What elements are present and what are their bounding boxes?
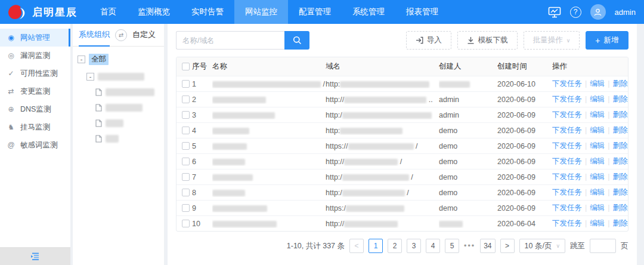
delete-link[interactable]: 删除 (613, 79, 628, 88)
row-checkbox[interactable] (182, 142, 190, 150)
page-button-1[interactable]: 1 (369, 239, 383, 253)
edit-link[interactable]: 编辑 (590, 219, 605, 227)
redacted-website-name (212, 112, 275, 119)
last-page-button[interactable]: 34 (480, 239, 495, 253)
tab-system-organization[interactable]: 系统组织 (79, 24, 110, 47)
redacted-tree-label (98, 73, 144, 81)
row-checkbox[interactable] (182, 204, 190, 212)
sidebar-item[interactable]: ✓可用性监测 (0, 64, 70, 82)
delete-link[interactable]: 删除 (613, 126, 628, 134)
nav-item-5[interactable]: 配置管理 (288, 0, 342, 24)
monitor-chart-icon[interactable] (548, 7, 561, 18)
swap-icon[interactable]: ⇄ (115, 29, 127, 41)
edit-link[interactable]: 编辑 (590, 126, 605, 134)
tree-node[interactable] (95, 135, 159, 143)
nav-item-1[interactable]: 首页 (89, 0, 127, 24)
delete-link[interactable]: 删除 (613, 219, 628, 227)
dispatch-task-link[interactable]: 下发任务 (552, 95, 582, 103)
collapse-sidebar-icon[interactable] (30, 252, 41, 260)
dispatch-task-link[interactable]: 下发任务 (552, 219, 582, 227)
tree-node[interactable] (95, 104, 159, 112)
dispatch-task-link[interactable]: 下发任务 (552, 110, 582, 119)
dispatch-task-link[interactable]: 下发任务 (552, 204, 582, 212)
sidebar-item[interactable]: ◎漏洞监测 (0, 47, 70, 64)
edit-link[interactable]: 编辑 (590, 157, 605, 165)
jump-page-input[interactable] (590, 239, 616, 253)
delete-link[interactable]: 删除 (613, 172, 628, 181)
select-all-checkbox[interactable] (182, 63, 190, 70)
create-time-cell: 2020-06-09 (497, 111, 552, 119)
row-checkbox[interactable] (182, 158, 190, 165)
dispatch-task-link[interactable]: 下发任务 (552, 141, 582, 150)
tab-custom[interactable]: 自定义 (132, 24, 156, 47)
collapse-expander-icon[interactable]: - (78, 56, 85, 63)
delete-link[interactable]: 删除 (613, 95, 628, 103)
help-icon[interactable]: ? (570, 7, 581, 18)
row-checkbox[interactable] (182, 80, 190, 88)
username-label[interactable]: admin (615, 8, 636, 17)
edit-link[interactable]: 编辑 (590, 204, 605, 212)
row-checkbox[interactable] (182, 173, 190, 181)
prev-page-button[interactable]: < (349, 239, 364, 253)
sidebar-item[interactable]: @敏感词监测 (0, 136, 70, 154)
dispatch-task-link[interactable]: 下发任务 (552, 172, 582, 181)
nav-item-6[interactable]: 系统管理 (342, 0, 395, 24)
tree-node[interactable] (95, 119, 159, 127)
col-header-operations: 操作 (552, 61, 628, 72)
avatar[interactable] (590, 4, 606, 20)
template-download-button[interactable]: 模板下载 (457, 31, 518, 50)
delete-link[interactable]: 删除 (613, 141, 628, 150)
nav-item-7[interactable]: 报表管理 (395, 0, 449, 24)
dispatch-task-link[interactable]: 下发任务 (552, 126, 582, 134)
edit-link[interactable]: 编辑 (590, 95, 605, 103)
tree-root-node[interactable]: - 全部 (78, 54, 159, 65)
row-checkbox[interactable] (182, 127, 190, 134)
edit-link[interactable]: 编辑 (590, 79, 605, 88)
delete-link[interactable]: 删除 (613, 110, 628, 119)
dispatch-task-link[interactable]: 下发任务 (552, 79, 582, 88)
row-checkbox[interactable] (182, 220, 190, 227)
dispatch-task-link[interactable]: 下发任务 (552, 157, 582, 165)
domain-prefix: https:// (326, 142, 348, 150)
page-button-3[interactable]: 3 (407, 239, 421, 253)
search-button[interactable] (284, 31, 309, 50)
delete-link[interactable]: 删除 (613, 157, 628, 165)
header-checkbox-cell (177, 63, 192, 70)
page-button-2[interactable]: 2 (388, 239, 402, 253)
import-button[interactable]: 导入 (406, 31, 451, 50)
page-size-select[interactable]: 10 条/页 ∨ (519, 239, 565, 253)
edit-link[interactable]: 编辑 (590, 141, 605, 150)
collapse-expander-icon[interactable]: - (86, 73, 94, 81)
nav-item-3[interactable]: 实时告警 (181, 0, 234, 24)
toolbar-actions: 导入 模板下载 批量操作 ∨ + 新增 (406, 31, 628, 50)
page-button-4[interactable]: 4 (426, 239, 440, 253)
row-checkbox[interactable] (182, 189, 190, 196)
col-header-create-time: 创建时间 (497, 61, 552, 72)
edit-link[interactable]: 编辑 (590, 188, 605, 196)
tree-node[interactable] (95, 88, 159, 96)
sidebar-item[interactable]: ⊕DNS监测 (0, 100, 70, 118)
row-checkbox[interactable] (182, 95, 190, 103)
tree-root-label[interactable]: 全部 (89, 54, 109, 65)
sidebar-item[interactable]: ◉网站管理 (0, 29, 70, 47)
search-input[interactable] (176, 31, 284, 50)
action-separator: | (585, 79, 587, 88)
sidebar-item[interactable]: ♞挂马监测 (0, 118, 70, 136)
document-icon (95, 135, 102, 143)
tree-node[interactable]: - (86, 73, 159, 81)
domain-suffix: / (409, 173, 413, 181)
edit-link[interactable]: 编辑 (590, 172, 605, 181)
page-button-5[interactable]: 5 (445, 239, 459, 253)
sidebar-item[interactable]: ⇄变更监测 (0, 82, 70, 100)
next-page-button[interactable]: > (500, 239, 515, 253)
nav-item-4[interactable]: 网站监控 (234, 0, 288, 24)
delete-link[interactable]: 删除 (613, 188, 628, 196)
row-checkbox[interactable] (182, 111, 190, 119)
delete-link[interactable]: 删除 (613, 204, 628, 212)
edit-link[interactable]: 编辑 (590, 110, 605, 119)
nav-item-2[interactable]: 监测概览 (127, 0, 181, 24)
table-row: 8http:/ /demo2020-06-09下发任务|编辑|删除 (177, 184, 628, 200)
add-button[interactable]: + 新增 (586, 31, 628, 50)
dispatch-task-link[interactable]: 下发任务 (552, 188, 582, 196)
batch-operation-button[interactable]: 批量操作 ∨ (524, 31, 580, 50)
